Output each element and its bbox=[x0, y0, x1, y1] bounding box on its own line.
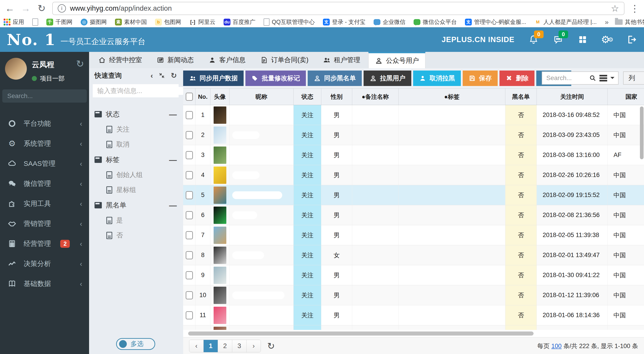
bookmark-wecom[interactable]: 企业微信 bbox=[374, 18, 406, 26]
page-button-2[interactable]: 2 bbox=[218, 340, 232, 352]
per-page-link[interactable]: 100 bbox=[551, 343, 562, 349]
page-prev-button[interactable]: ‹ bbox=[189, 340, 204, 352]
row-checkbox[interactable] bbox=[186, 271, 193, 279]
column-header-gender[interactable]: 性别 bbox=[321, 89, 352, 105]
sidebar-search[interactable] bbox=[2, 89, 87, 103]
table-row[interactable]: 2关注男否2018-03-09 23:43:05中国 bbox=[183, 125, 644, 145]
tab-dashboard[interactable]: 经营中控室 bbox=[92, 52, 148, 68]
sidebar-item-analysis[interactable]: 决策分析 ‹ bbox=[0, 254, 89, 274]
column-header-avatar[interactable]: 头像 bbox=[210, 89, 230, 105]
page-button-1[interactable]: 1 bbox=[204, 340, 218, 352]
table-row[interactable]: 10关注男否2018-01-12 11:39:06中国 bbox=[183, 285, 644, 305]
batch-edit-tags-button[interactable]: 批量修改标记 bbox=[246, 71, 306, 86]
row-checkbox[interactable] bbox=[186, 251, 193, 259]
chevron-down-icon[interactable] bbox=[610, 77, 614, 81]
bookmark-aliyun[interactable]: [-]阿里云 bbox=[189, 18, 216, 26]
row-checkbox[interactable] bbox=[186, 131, 193, 139]
table-search-input[interactable] bbox=[546, 74, 586, 82]
tab-customers[interactable]: 客户信息 bbox=[202, 52, 252, 68]
column-header-remark[interactable]: ●备注名称 bbox=[352, 89, 398, 105]
apps-grid-icon[interactable] bbox=[577, 34, 588, 45]
collapse-minus-icon[interactable]: — bbox=[169, 201, 177, 210]
sidebar-item-wechat[interactable]: 微信管理 ‹ bbox=[0, 173, 89, 194]
table-row[interactable]: 5关注男否2018-02-09 19:15:52中国 bbox=[183, 185, 644, 205]
sidebar-item-tools[interactable]: 实用工具 ‹ bbox=[0, 194, 89, 214]
collapse-panel-icon[interactable]: ‹ bbox=[151, 71, 153, 80]
table-row[interactable]: 9关注男否2018-01-30 09:41:22中国 bbox=[183, 265, 644, 285]
row-checkbox[interactable] bbox=[186, 111, 193, 119]
column-header-nickname[interactable]: 昵称 bbox=[230, 89, 294, 105]
logout-icon[interactable] bbox=[626, 34, 637, 45]
table-row[interactable]: 1关注男否2018-03-16 09:48:52中国 bbox=[183, 105, 644, 125]
pin-panel-icon[interactable] bbox=[158, 72, 165, 79]
avatar[interactable] bbox=[5, 58, 27, 80]
url-bar[interactable]: i www.yihyg.com/app/index.action ☆ bbox=[52, 2, 624, 15]
bookmark-doc1[interactable] bbox=[32, 19, 38, 26]
settings-gears-icon[interactable]: ⚙⚙ bbox=[602, 34, 613, 45]
column-header-tags[interactable]: ●标签 bbox=[398, 89, 506, 105]
table-row[interactable]: 8关注女否2018-02-01 13:49:47中国 bbox=[183, 245, 644, 265]
bookmark-antfin[interactable]: 支管理中心-蚂蚁金服... bbox=[465, 18, 526, 26]
bookmark-sucai[interactable]: 素素材中国 bbox=[115, 18, 147, 26]
column-header-country[interactable]: 国家 bbox=[608, 89, 644, 105]
page-next-button[interactable]: › bbox=[246, 340, 261, 352]
sidebar-search-input[interactable] bbox=[7, 92, 90, 100]
refresh-table-icon[interactable]: ↻ bbox=[267, 341, 275, 350]
quick-query-input[interactable] bbox=[97, 87, 184, 95]
select-all-checkbox[interactable] bbox=[186, 93, 193, 101]
tree-group-blacklist[interactable]: 黑名单— bbox=[94, 198, 177, 213]
sidebar-item-system[interactable]: ⚙ 系统管理 ‹ bbox=[0, 133, 89, 153]
row-checkbox[interactable] bbox=[186, 291, 193, 299]
tree-item-status-follow[interactable]: 关注 bbox=[94, 122, 177, 137]
row-checkbox[interactable] bbox=[186, 171, 193, 179]
bookmark-apps[interactable]: 应用 bbox=[4, 18, 24, 26]
bookmark-qq-connect[interactable]: QQ互联管理中心 bbox=[264, 18, 315, 26]
user-refresh-icon[interactable]: ↻ bbox=[76, 58, 84, 83]
column-header-blacklist[interactable]: 黑名单 bbox=[506, 89, 537, 105]
page-button-3[interactable]: 3 bbox=[232, 340, 246, 352]
table-search[interactable] bbox=[542, 71, 618, 85]
bookmarks-overflow-icon[interactable]: » bbox=[605, 18, 609, 26]
tree-group-tags[interactable]: 标签— bbox=[94, 152, 177, 167]
other-bookmarks[interactable]: 其他书签 bbox=[615, 18, 644, 26]
bookmark-shetu[interactable]: ◎摄图网 bbox=[81, 18, 107, 26]
tree-item-tags-star-group[interactable]: 星标组 bbox=[94, 183, 177, 198]
bookmark-star-icon[interactable]: ☆ bbox=[611, 3, 619, 14]
tab-mp-users[interactable]: 公众号用户 bbox=[368, 52, 426, 68]
tree-item-tags-founder-group[interactable]: 创始人组 bbox=[94, 167, 177, 183]
scrollbar-thumb[interactable] bbox=[188, 331, 534, 335]
blacklist-user-button[interactable]: 拉黑用户 bbox=[364, 71, 411, 86]
unblacklist-button[interactable]: 取消拉黑 bbox=[413, 71, 461, 86]
bookmark-baotu[interactable]: b包图网 bbox=[155, 18, 181, 26]
vertical-scrollbar-thumb[interactable] bbox=[640, 106, 644, 159]
sidebar-item-operations[interactable]: 经营管理 2 ‹ bbox=[0, 234, 89, 254]
row-checkbox[interactable] bbox=[186, 311, 193, 319]
tree-item-blacklist-no[interactable]: 否 bbox=[94, 228, 177, 243]
collapse-minus-icon[interactable]: — bbox=[169, 155, 177, 164]
column-settings-icon[interactable] bbox=[600, 75, 607, 81]
bookmark-wechat-mp[interactable]: 微信公众平台 bbox=[414, 18, 457, 26]
column-header-select[interactable] bbox=[183, 89, 196, 105]
messages-icon[interactable]: 0 bbox=[553, 34, 564, 45]
table-row[interactable]: 12关注否 bbox=[183, 325, 644, 330]
bookmark-baidu[interactable]: du百度推广 bbox=[224, 18, 256, 26]
notifications-bell-icon[interactable]: 0 bbox=[528, 34, 539, 45]
multi-select-toggle[interactable]: 多选 bbox=[116, 338, 155, 350]
tab-news[interactable]: 新闻动态 bbox=[150, 52, 200, 68]
tab-tenants[interactable]: 租户管理 bbox=[316, 52, 366, 68]
bookmark-alipay-login[interactable]: 支登录 - 支付宝 bbox=[323, 18, 366, 26]
search-icon[interactable] bbox=[589, 74, 596, 82]
row-checkbox[interactable] bbox=[186, 211, 193, 219]
tree-group-status[interactable]: 状态— bbox=[94, 106, 177, 122]
sidebar-item-saas[interactable]: SAAS管理 ‹ bbox=[0, 153, 89, 173]
reload-icon[interactable]: ↻ bbox=[36, 4, 47, 13]
quick-query-input-wrap[interactable] bbox=[93, 84, 178, 97]
column-header-no[interactable]: No. bbox=[196, 89, 210, 105]
column-header-follow-time[interactable]: 关注时间 bbox=[537, 89, 608, 105]
sidebar-item-marketing[interactable]: 营销管理 ‹ bbox=[0, 214, 89, 234]
tree-item-blacklist-yes[interactable]: 是 bbox=[94, 213, 177, 228]
forward-icon[interactable]: → bbox=[20, 4, 31, 13]
sync-users-button[interactable]: 同步用户数据 bbox=[183, 71, 244, 86]
collapse-minus-icon[interactable]: — bbox=[169, 110, 177, 119]
info-icon[interactable]: i bbox=[58, 4, 66, 13]
